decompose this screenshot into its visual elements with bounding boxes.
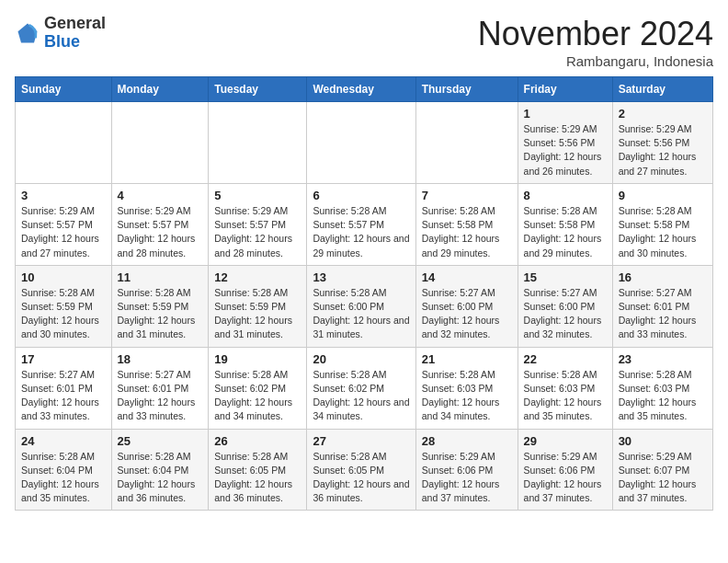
day-info: Sunrise: 5:29 AM Sunset: 5:57 PM Dayligh… xyxy=(21,204,106,260)
day-number: 29 xyxy=(524,434,607,448)
calendar-cell xyxy=(415,102,518,184)
day-number: 2 xyxy=(619,107,707,121)
page-header: General Blue November 2024 Rambangaru, I… xyxy=(15,15,713,69)
day-info: Sunrise: 5:28 AM Sunset: 6:03 PM Dayligh… xyxy=(422,368,512,424)
day-info: Sunrise: 5:29 AM Sunset: 5:57 PM Dayligh… xyxy=(214,204,301,260)
calendar-cell: 10Sunrise: 5:28 AM Sunset: 5:59 PM Dayli… xyxy=(16,265,112,347)
calendar-week-3: 10Sunrise: 5:28 AM Sunset: 5:59 PM Dayli… xyxy=(16,265,713,347)
calendar-cell: 12Sunrise: 5:28 AM Sunset: 5:59 PM Dayli… xyxy=(209,265,307,347)
day-info: Sunrise: 5:28 AM Sunset: 6:04 PM Dayligh… xyxy=(118,450,203,506)
calendar-cell: 28Sunrise: 5:29 AM Sunset: 6:06 PM Dayli… xyxy=(415,429,518,511)
calendar-cell: 7Sunrise: 5:28 AM Sunset: 5:58 PM Daylig… xyxy=(415,183,518,265)
calendar-cell: 25Sunrise: 5:28 AM Sunset: 6:04 PM Dayli… xyxy=(111,429,209,511)
day-number: 25 xyxy=(118,434,203,448)
day-number: 14 xyxy=(422,270,512,284)
calendar-cell: 15Sunrise: 5:27 AM Sunset: 6:00 PM Dayli… xyxy=(518,265,612,347)
day-info: Sunrise: 5:27 AM Sunset: 6:01 PM Dayligh… xyxy=(118,368,203,424)
day-number: 8 xyxy=(524,189,607,202)
day-number: 30 xyxy=(619,434,707,448)
calendar-cell: 13Sunrise: 5:28 AM Sunset: 6:00 PM Dayli… xyxy=(307,265,415,347)
weekday-header-sunday: Sunday xyxy=(16,77,112,102)
logo-text: General Blue xyxy=(44,15,106,52)
day-info: Sunrise: 5:28 AM Sunset: 6:04 PM Dayligh… xyxy=(21,450,106,506)
day-info: Sunrise: 5:27 AM Sunset: 6:01 PM Dayligh… xyxy=(21,368,106,424)
day-number: 28 xyxy=(422,434,512,448)
calendar-cell xyxy=(307,102,415,184)
weekday-header-friday: Friday xyxy=(518,77,612,102)
calendar-cell: 11Sunrise: 5:28 AM Sunset: 5:59 PM Dayli… xyxy=(111,265,209,347)
day-number: 7 xyxy=(422,189,512,202)
day-number: 19 xyxy=(214,352,301,366)
day-number: 23 xyxy=(619,352,707,366)
calendar-cell: 21Sunrise: 5:28 AM Sunset: 6:03 PM Dayli… xyxy=(415,347,518,429)
day-number: 6 xyxy=(313,189,409,202)
calendar-cell: 20Sunrise: 5:28 AM Sunset: 6:02 PM Dayli… xyxy=(307,347,415,429)
calendar-cell: 27Sunrise: 5:28 AM Sunset: 6:05 PM Dayli… xyxy=(307,429,415,511)
calendar-cell: 1Sunrise: 5:29 AM Sunset: 5:56 PM Daylig… xyxy=(518,102,612,184)
calendar-cell: 6Sunrise: 5:28 AM Sunset: 5:57 PM Daylig… xyxy=(307,183,415,265)
title-block: November 2024 Rambangaru, Indonesia xyxy=(478,15,713,69)
svg-marker-0 xyxy=(18,23,38,42)
calendar-cell: 22Sunrise: 5:28 AM Sunset: 6:03 PM Dayli… xyxy=(518,347,612,429)
day-info: Sunrise: 5:28 AM Sunset: 6:05 PM Dayligh… xyxy=(313,450,409,506)
day-number: 18 xyxy=(118,352,203,366)
calendar-cell: 17Sunrise: 5:27 AM Sunset: 6:01 PM Dayli… xyxy=(16,347,112,429)
calendar-cell: 9Sunrise: 5:28 AM Sunset: 5:58 PM Daylig… xyxy=(612,183,712,265)
calendar-cell: 24Sunrise: 5:28 AM Sunset: 6:04 PM Dayli… xyxy=(16,429,112,511)
day-info: Sunrise: 5:29 AM Sunset: 5:56 PM Dayligh… xyxy=(619,122,707,178)
day-info: Sunrise: 5:28 AM Sunset: 5:57 PM Dayligh… xyxy=(313,204,409,260)
day-info: Sunrise: 5:28 AM Sunset: 5:58 PM Dayligh… xyxy=(619,204,707,260)
calendar-week-4: 17Sunrise: 5:27 AM Sunset: 6:01 PM Dayli… xyxy=(16,347,713,429)
day-number: 16 xyxy=(619,270,707,284)
calendar-cell: 29Sunrise: 5:29 AM Sunset: 6:06 PM Dayli… xyxy=(518,429,612,511)
calendar-cell xyxy=(111,102,209,184)
calendar-table: SundayMondayTuesdayWednesdayThursdayFrid… xyxy=(15,76,713,511)
calendar-cell: 2Sunrise: 5:29 AM Sunset: 5:56 PM Daylig… xyxy=(612,102,712,184)
calendar-cell xyxy=(16,102,112,184)
day-info: Sunrise: 5:27 AM Sunset: 6:00 PM Dayligh… xyxy=(422,286,512,342)
weekday-header-saturday: Saturday xyxy=(612,77,712,102)
calendar-cell: 19Sunrise: 5:28 AM Sunset: 6:02 PM Dayli… xyxy=(209,347,307,429)
day-info: Sunrise: 5:29 AM Sunset: 5:57 PM Dayligh… xyxy=(118,204,203,260)
calendar-cell: 5Sunrise: 5:29 AM Sunset: 5:57 PM Daylig… xyxy=(209,183,307,265)
day-number: 20 xyxy=(313,352,409,366)
calendar-cell: 8Sunrise: 5:28 AM Sunset: 5:58 PM Daylig… xyxy=(518,183,612,265)
day-number: 3 xyxy=(21,189,106,202)
day-info: Sunrise: 5:28 AM Sunset: 5:59 PM Dayligh… xyxy=(214,286,301,342)
day-info: Sunrise: 5:28 AM Sunset: 6:03 PM Dayligh… xyxy=(524,368,607,424)
day-info: Sunrise: 5:28 AM Sunset: 6:03 PM Dayligh… xyxy=(619,368,707,424)
day-info: Sunrise: 5:28 AM Sunset: 6:05 PM Dayligh… xyxy=(214,450,301,506)
day-number: 27 xyxy=(313,434,409,448)
logo: General Blue xyxy=(15,15,106,52)
day-number: 9 xyxy=(619,189,707,202)
location: Rambangaru, Indonesia xyxy=(478,53,713,69)
calendar-cell xyxy=(209,102,307,184)
day-info: Sunrise: 5:28 AM Sunset: 5:59 PM Dayligh… xyxy=(21,286,106,342)
calendar-cell: 18Sunrise: 5:27 AM Sunset: 6:01 PM Dayli… xyxy=(111,347,209,429)
calendar-cell: 30Sunrise: 5:29 AM Sunset: 6:07 PM Dayli… xyxy=(612,429,712,511)
calendar-cell: 14Sunrise: 5:27 AM Sunset: 6:00 PM Dayli… xyxy=(415,265,518,347)
calendar-cell: 26Sunrise: 5:28 AM Sunset: 6:05 PM Dayli… xyxy=(209,429,307,511)
calendar-week-2: 3Sunrise: 5:29 AM Sunset: 5:57 PM Daylig… xyxy=(16,183,713,265)
day-number: 24 xyxy=(21,434,106,448)
calendar-cell: 16Sunrise: 5:27 AM Sunset: 6:01 PM Dayli… xyxy=(612,265,712,347)
calendar-cell: 4Sunrise: 5:29 AM Sunset: 5:57 PM Daylig… xyxy=(111,183,209,265)
day-number: 13 xyxy=(313,270,409,284)
day-number: 21 xyxy=(422,352,512,366)
weekday-header-row: SundayMondayTuesdayWednesdayThursdayFrid… xyxy=(16,77,713,102)
logo-blue: Blue xyxy=(44,32,80,51)
day-info: Sunrise: 5:27 AM Sunset: 6:00 PM Dayligh… xyxy=(524,286,607,342)
day-info: Sunrise: 5:28 AM Sunset: 6:02 PM Dayligh… xyxy=(313,368,409,424)
day-number: 22 xyxy=(524,352,607,366)
weekday-header-thursday: Thursday xyxy=(415,77,518,102)
weekday-header-wednesday: Wednesday xyxy=(307,77,415,102)
weekday-header-tuesday: Tuesday xyxy=(209,77,307,102)
calendar-cell: 23Sunrise: 5:28 AM Sunset: 6:03 PM Dayli… xyxy=(612,347,712,429)
calendar-week-5: 24Sunrise: 5:28 AM Sunset: 6:04 PM Dayli… xyxy=(16,429,713,511)
day-info: Sunrise: 5:28 AM Sunset: 5:58 PM Dayligh… xyxy=(524,204,607,260)
day-number: 15 xyxy=(524,270,607,284)
month-title: November 2024 xyxy=(478,15,713,53)
calendar-week-1: 1Sunrise: 5:29 AM Sunset: 5:56 PM Daylig… xyxy=(16,102,713,184)
day-info: Sunrise: 5:29 AM Sunset: 6:06 PM Dayligh… xyxy=(422,450,512,506)
day-info: Sunrise: 5:29 AM Sunset: 5:56 PM Dayligh… xyxy=(524,122,607,178)
